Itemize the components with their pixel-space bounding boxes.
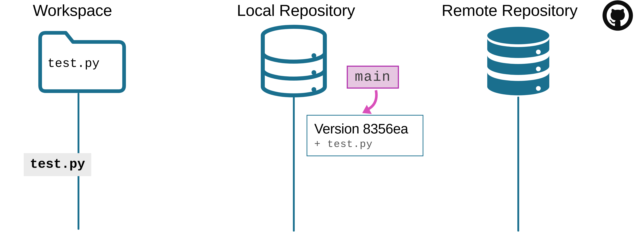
commit-version-label: Version 8356ea bbox=[314, 121, 416, 137]
remote-timeline bbox=[517, 97, 519, 232]
diagram-canvas: Workspace Local Repository Remote Reposi… bbox=[0, 0, 644, 233]
folder-file-label: test.py bbox=[48, 56, 100, 71]
svg-point-8 bbox=[536, 86, 541, 91]
workspace-title: Workspace bbox=[33, 1, 112, 20]
workspace-file-tag: test.py bbox=[24, 153, 91, 176]
local-title: Local Repository bbox=[237, 1, 355, 20]
branch-tag-main: main bbox=[347, 66, 399, 89]
remote-title: Remote Repository bbox=[442, 1, 578, 20]
remote-db-icon bbox=[484, 25, 553, 98]
svg-point-2 bbox=[312, 53, 316, 58]
commit-box: Version 8356ea + test.py bbox=[306, 115, 423, 156]
github-icon bbox=[602, 0, 633, 32]
svg-point-5 bbox=[487, 27, 549, 44]
commit-file-label: + test.py bbox=[314, 138, 416, 150]
svg-point-4 bbox=[312, 87, 316, 92]
svg-point-7 bbox=[536, 66, 541, 71]
folder-icon: test.py bbox=[33, 31, 128, 93]
local-timeline bbox=[293, 97, 295, 232]
svg-point-3 bbox=[312, 70, 316, 75]
local-db-icon bbox=[259, 25, 328, 98]
svg-point-6 bbox=[536, 50, 541, 54]
